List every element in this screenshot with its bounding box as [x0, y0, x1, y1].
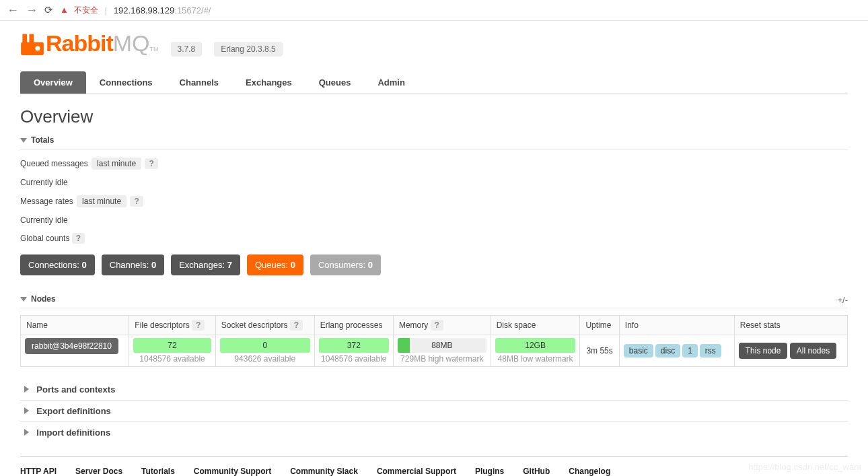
col-ep[interactable]: Erlang processes	[314, 316, 393, 335]
section-import-toggle[interactable]: Import definitions	[20, 422, 848, 443]
section-import-title: Import definitions	[36, 428, 110, 438]
disk-watermark: 48MB low watermark	[495, 354, 576, 364]
ep-bar: 372	[319, 338, 389, 353]
help-icon[interactable]: ?	[290, 320, 303, 331]
footer-community-slack[interactable]: Community Slack	[290, 467, 358, 476]
memory-bar: 88MB	[398, 338, 486, 353]
help-icon[interactable]: ?	[130, 196, 143, 207]
fd-available: 1048576 available	[133, 354, 211, 364]
col-name[interactable]: Name	[21, 316, 129, 335]
page-title: Overview	[20, 106, 848, 127]
col-uptime[interactable]: Uptime	[580, 316, 619, 335]
separator: |	[105, 5, 107, 15]
tab-exchanges[interactable]: Exchanges	[232, 71, 305, 94]
global-counts-badges: Connections: 0 Channels: 0 Exchanges: 7 …	[20, 254, 848, 275]
footer-server-docs[interactable]: Server Docs	[75, 467, 122, 476]
tab-queues[interactable]: Queues	[305, 71, 365, 94]
queued-messages-label: Queued messages	[20, 159, 88, 168]
tab-overview[interactable]: Overview	[20, 71, 86, 94]
badge-exchanges[interactable]: Exchanges: 7	[171, 254, 240, 275]
col-sd[interactable]: Socket descriptors ?	[215, 316, 314, 335]
trademark: TM	[150, 46, 159, 53]
chevron-right-icon	[24, 386, 29, 393]
help-icon[interactable]: ?	[72, 233, 85, 244]
uptime-value: 3m 55s	[580, 335, 619, 367]
global-counts-label: Global counts	[20, 234, 69, 243]
help-icon[interactable]: ?	[145, 158, 157, 169]
col-info[interactable]: Info	[619, 316, 734, 335]
section-nodes-title: Nodes	[31, 294, 56, 304]
reload-icon[interactable]: ⟳	[44, 4, 53, 16]
badge-queues[interactable]: Queues: 0	[247, 254, 303, 275]
rates-idle: Currently idle	[20, 215, 848, 225]
chevron-right-icon	[24, 407, 29, 414]
tab-channels[interactable]: Channels	[166, 71, 233, 94]
reset-all-nodes-button[interactable]: All nodes	[790, 343, 836, 359]
insecure-label: 不安全	[74, 5, 98, 15]
rabbitmq-icon	[20, 32, 44, 56]
footer-github[interactable]: GitHub	[523, 467, 550, 476]
sd-bar: 0	[220, 338, 310, 353]
back-icon[interactable]: ←	[7, 4, 19, 16]
section-totals-toggle[interactable]: Totals	[20, 133, 848, 149]
browser-chrome: ← → ⟳ ▲ 不安全 | 192.168.98.129:15672/#/	[0, 0, 868, 21]
tab-connections[interactable]: Connections	[86, 71, 166, 94]
table-row: rabbit@3b4e98f22810 72 1048576 available…	[21, 335, 848, 367]
queued-messages-row: Queued messages last minute ?	[20, 158, 848, 170]
badge-connections[interactable]: Connections: 0	[20, 254, 95, 275]
address-bar[interactable]: 192.168.98.129:15672/#/	[114, 5, 211, 15]
badge-consumers[interactable]: Consumers: 0	[310, 254, 381, 275]
table-header-row: Name File descriptors ? Socket descripto…	[21, 316, 848, 335]
message-rates-label: Message rates	[20, 197, 73, 206]
footer-plugins[interactable]: Plugins	[475, 467, 504, 476]
info-basic[interactable]: basic	[624, 344, 653, 358]
svg-rect-2	[36, 46, 40, 50]
footer-commercial[interactable]: Commercial Support	[377, 467, 456, 476]
forward-icon[interactable]: →	[26, 4, 38, 16]
tab-admin[interactable]: Admin	[364, 71, 418, 94]
footer-tutorials[interactable]: Tutorials	[141, 467, 175, 476]
chevron-right-icon	[24, 429, 29, 436]
section-ports-toggle[interactable]: Ports and contexts	[20, 379, 848, 401]
nodes-table: Name File descriptors ? Socket descripto…	[20, 315, 848, 367]
help-icon[interactable]: ?	[192, 320, 205, 331]
queued-range-select[interactable]: last minute	[92, 158, 141, 170]
queued-idle: Currently idle	[20, 178, 848, 187]
watermark: https://blog.csdn.net/cc_want	[748, 462, 861, 472]
columns-toggle[interactable]: +/-	[837, 295, 848, 305]
fd-bar: 72	[133, 338, 211, 353]
help-icon[interactable]: ?	[431, 320, 443, 331]
col-reset[interactable]: Reset stats	[734, 316, 847, 335]
main-tabs: Overview Connections Channels Exchanges …	[20, 71, 848, 94]
rates-range-select[interactable]: last minute	[77, 195, 126, 207]
url-host: 192.168.98.129	[114, 5, 174, 15]
security-indicator[interactable]: ▲ 不安全	[60, 5, 98, 16]
footer-changelog[interactable]: Changelog	[569, 467, 610, 476]
brand-text-b: MQ	[113, 30, 150, 57]
info-one[interactable]: 1	[682, 344, 698, 358]
app-header: RabbitMQ TM 3.7.8 Erlang 20.3.8.5	[20, 30, 848, 57]
node-name[interactable]: rabbit@3b4e98f22810	[25, 338, 118, 354]
footer-links: HTTP API Server Docs Tutorials Community…	[20, 456, 848, 476]
col-disk[interactable]: Disk space	[491, 316, 580, 335]
section-totals-title: Totals	[31, 135, 54, 145]
info-rss[interactable]: rss	[700, 344, 721, 358]
chevron-down-icon	[20, 138, 27, 143]
warning-icon: ▲	[60, 5, 69, 15]
col-fd[interactable]: File descriptors ?	[129, 316, 215, 335]
section-export-toggle[interactable]: Export definitions	[20, 401, 848, 422]
sd-available: 943626 available	[220, 354, 310, 364]
col-mem[interactable]: Memory ?	[393, 316, 491, 335]
erlang-pill: Erlang 20.3.8.5	[214, 42, 282, 57]
rabbitmq-logo[interactable]: RabbitMQ TM	[20, 30, 159, 57]
message-rates-row: Message rates last minute ?	[20, 195, 848, 207]
footer-http-api[interactable]: HTTP API	[20, 467, 57, 476]
version-pill: 3.7.8	[171, 42, 203, 57]
footer-community-support[interactable]: Community Support	[194, 467, 271, 476]
reset-this-node-button[interactable]: This node	[739, 343, 788, 359]
info-disc[interactable]: disc	[655, 344, 680, 358]
section-export-title: Export definitions	[36, 406, 111, 416]
badge-channels[interactable]: Channels: 0	[102, 254, 164, 275]
section-nodes-toggle[interactable]: Nodes	[20, 292, 848, 308]
ep-available: 1048576 available	[319, 354, 389, 364]
